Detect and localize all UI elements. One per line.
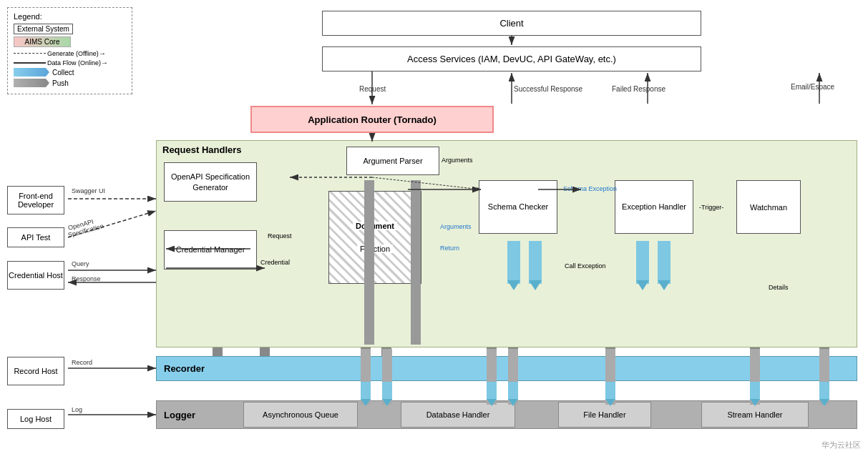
legend-collect: Collect xyxy=(14,68,126,77)
schema-checker-box: Schema Checker xyxy=(479,180,557,234)
rec-blue-3 xyxy=(487,382,497,400)
rec-blue-7 xyxy=(819,382,829,400)
openapi-spec-gen-box: OpenAPI Specification Generator xyxy=(164,162,257,202)
legend-title: Legend: xyxy=(14,12,126,21)
frontend-developer-box: Front-end Developer xyxy=(7,186,64,214)
credential-label: Credential xyxy=(260,259,290,266)
rec-blue-4 xyxy=(508,382,518,400)
rec-blue-arrow-3 xyxy=(487,399,497,406)
blue-arrow-1 xyxy=(507,241,520,284)
rec-blue-arrow-7 xyxy=(819,399,829,406)
response-label: Response xyxy=(72,275,101,282)
access-services-box: Access Services (IAM, DevUC, API GateWay… xyxy=(322,46,701,71)
async-queue-box: Asynchronous Queue xyxy=(243,402,358,428)
legend-push: Push xyxy=(14,79,126,87)
rec-blue-2 xyxy=(382,382,392,400)
details-label: Details xyxy=(769,284,789,291)
legend-data-flow: Data Flow (Online) → xyxy=(14,59,126,66)
legend-external-system: External System xyxy=(14,24,126,34)
email-label: Email/Espace xyxy=(791,83,835,91)
blue-arrowhead-4 xyxy=(658,280,670,290)
request-label-top: Request xyxy=(359,85,386,93)
client-box: Client xyxy=(322,11,701,36)
blue-arrow-3 xyxy=(636,241,649,284)
vbar-1 xyxy=(364,180,374,345)
vbar-2 xyxy=(411,180,421,345)
watchman-box: Watchman xyxy=(736,180,801,234)
blue-arrow-4 xyxy=(658,241,670,284)
rec-blue-arrow-2 xyxy=(382,399,392,406)
request-label-inner: Request xyxy=(268,232,292,240)
rec-blue-6 xyxy=(750,382,760,400)
watermark: 华为云社区 xyxy=(821,440,861,450)
rec-blue-arrow-1 xyxy=(361,399,371,406)
openapi-spec-label2: Specification xyxy=(67,222,104,239)
record-label: Record xyxy=(72,359,92,366)
blue-arrowhead-3 xyxy=(636,280,649,290)
openapi-spec-arrow xyxy=(68,211,156,237)
legend-generate: Generate (Offline) → xyxy=(14,49,126,57)
return-label: Return xyxy=(440,245,459,252)
exception-handler-box: Exception Handler xyxy=(615,180,693,234)
app-router-box: Application Router (Tornado) xyxy=(250,106,494,133)
swagger-ui-label: Swagger UI xyxy=(72,187,105,194)
diagram-container: Legend: External System AIMS Core Genera… xyxy=(0,0,868,454)
credential-manager-box: Credential Manager xyxy=(164,230,257,270)
legend-aims-core: AIMS Core xyxy=(14,36,126,47)
rec-blue-1 xyxy=(361,382,371,400)
request-handlers-area: Request Handlers OpenAPI Specification G… xyxy=(156,140,857,347)
schema-exception-label: Schema Exception xyxy=(563,185,617,192)
query-label: Query xyxy=(72,260,89,267)
successful-response-label: Successful Response xyxy=(514,85,583,93)
blue-arrow-2 xyxy=(529,241,542,284)
failed-response-label: Failed Response xyxy=(612,85,665,93)
log-label: Log xyxy=(72,406,82,413)
openapi-spec-label: OpenAPI xyxy=(67,218,94,232)
legend: Legend: External System AIMS Core Genera… xyxy=(7,7,132,94)
api-test-box: API Test xyxy=(7,227,64,247)
trigger-label: -Trigger- xyxy=(699,204,723,211)
blue-arrowhead-2 xyxy=(529,280,542,290)
rec-blue-arrow-4 xyxy=(508,399,518,406)
blue-arrowhead-1 xyxy=(507,280,520,290)
rec-blue-5 xyxy=(605,382,615,400)
rec-blue-arrow-5 xyxy=(605,399,615,406)
log-host-box: Log Host xyxy=(7,409,64,429)
request-handlers-title: Request Handlers xyxy=(162,144,242,155)
arguments-label-2: Arguments xyxy=(440,223,472,230)
rec-blue-arrow-6 xyxy=(750,399,760,406)
arguments-label-1: Arguments xyxy=(442,157,473,164)
credential-host-box: Credential Host xyxy=(7,261,64,290)
file-handler-box: File Handler xyxy=(558,402,651,428)
argument-parser-box: Argument Parser xyxy=(346,147,439,175)
document-function-box: Document Function xyxy=(328,191,421,284)
db-handler-box: Database Handler xyxy=(401,402,515,428)
record-host-box: Record Host xyxy=(7,357,64,385)
call-exception-label: Call Exception xyxy=(565,262,606,270)
